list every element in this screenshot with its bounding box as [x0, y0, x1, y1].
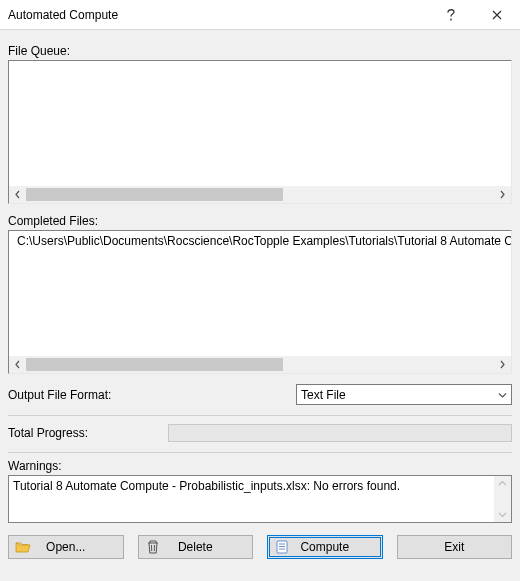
open-button[interactable]: Open... [8, 535, 124, 559]
help-icon [446, 8, 456, 22]
exit-button-label: Exit [444, 540, 464, 554]
warnings-text: Tutorial 8 Automate Compute - Probabilis… [13, 479, 400, 493]
progress-bar [168, 424, 512, 442]
completed-files-label: Completed Files: [8, 214, 512, 228]
chevron-down-icon [498, 389, 507, 400]
close-icon [492, 10, 502, 20]
file-queue-label: File Queue: [8, 44, 512, 58]
compute-button[interactable]: Compute [267, 535, 383, 559]
compute-button-label: Compute [300, 540, 349, 554]
folder-icon [15, 539, 31, 555]
completed-files-list[interactable]: C:\Users\Public\Documents\Rocscience\Roc… [8, 230, 512, 374]
scroll-left-icon[interactable] [9, 356, 26, 373]
file-queue-content [9, 61, 511, 186]
window-title: Automated Compute [8, 8, 428, 22]
scroll-track[interactable] [26, 356, 494, 373]
compute-icon [274, 539, 290, 555]
warnings-label: Warnings: [8, 459, 512, 473]
titlebar: Automated Compute [0, 0, 520, 30]
scroll-thumb[interactable] [26, 188, 283, 201]
total-progress-label: Total Progress: [8, 426, 158, 440]
scroll-track[interactable] [26, 186, 494, 203]
delete-button-label: Delete [178, 540, 213, 554]
file-queue-hscroll[interactable] [9, 186, 511, 203]
completed-hscroll[interactable] [9, 356, 511, 373]
file-queue-list[interactable] [8, 60, 512, 204]
scroll-left-icon[interactable] [9, 186, 26, 203]
output-format-label: Output File Format: [8, 388, 158, 402]
close-button[interactable] [474, 0, 520, 30]
output-format-select[interactable]: Text File [296, 384, 512, 405]
scroll-right-icon[interactable] [494, 186, 511, 203]
scroll-down-icon [498, 512, 507, 518]
open-button-label: Open... [46, 540, 85, 554]
warnings-box[interactable]: Tutorial 8 Automate Compute - Probabilis… [8, 475, 512, 523]
scroll-up-icon [498, 480, 507, 486]
output-format-value: Text File [301, 388, 346, 402]
list-item[interactable]: C:\Users\Public\Documents\Rocscience\Roc… [13, 233, 507, 249]
completed-files-content: C:\Users\Public\Documents\Rocscience\Roc… [9, 231, 511, 356]
divider [8, 452, 512, 453]
divider [8, 415, 512, 416]
scroll-thumb[interactable] [26, 358, 283, 371]
warnings-vscroll [494, 476, 511, 522]
trash-icon [145, 539, 161, 555]
scroll-right-icon[interactable] [494, 356, 511, 373]
help-button[interactable] [428, 0, 474, 30]
completed-item-text: C:\Users\Public\Documents\Rocscience\Roc… [17, 234, 511, 248]
exit-button[interactable]: Exit [397, 535, 513, 559]
delete-button[interactable]: Delete [138, 535, 254, 559]
